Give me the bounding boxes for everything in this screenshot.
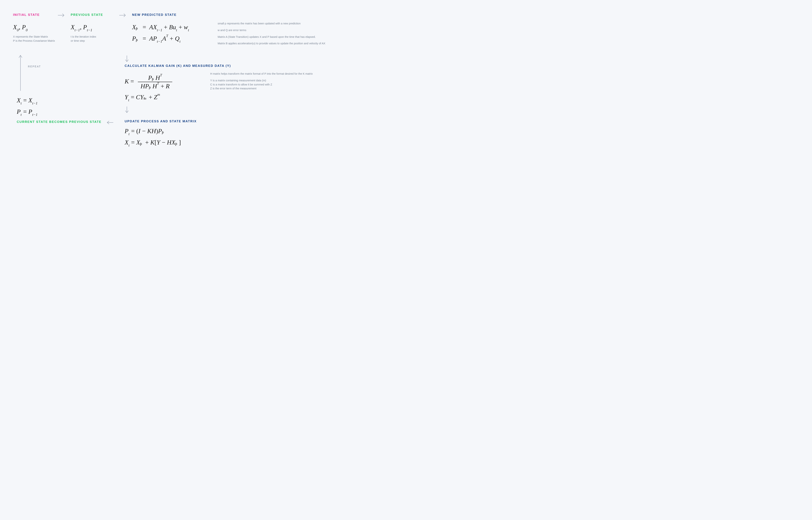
label-repeat: REPEAT xyxy=(28,65,41,68)
eq-predicted-p: Ppt = APt−1AT+Qt xyxy=(132,35,212,43)
note-initial: X represents the State Matrix P is the P… xyxy=(13,35,56,43)
middle-wrap: REPEAT Xt=Xt−1 Pt=Pt−1 CALCULATE KALMAN … xyxy=(13,54,799,120)
header-row: INITIAL STATE PREVIOUS STATE NEW PREDICT… xyxy=(13,13,799,21)
arrow-down-icon xyxy=(124,105,799,115)
eq-loop-x: Xt=Xt−1 xyxy=(17,97,117,105)
title-initial-state: INITIAL STATE xyxy=(13,13,56,17)
row-initial-equations: X0, P0 X represents the State Matrix P i… xyxy=(13,22,799,48)
arrow-right-icon xyxy=(119,13,130,18)
eq-kalman-k: K= PptHT HPptHT+R xyxy=(124,74,205,90)
title-kalman-gain: CALCULATE KALMAN GAIN (K) AND MEASURED D… xyxy=(124,64,799,68)
title-new-predicted-state: NEW PREDICTED STATE xyxy=(132,13,799,17)
eq-update-p: Pt=(I−KH)Ppt xyxy=(124,127,799,135)
note-previous: t is the iteration index or time step xyxy=(71,35,117,43)
title-update: UPDATE PROCESS AND STATE MATRIX xyxy=(124,120,799,123)
repeat-block: REPEAT xyxy=(13,54,117,95)
eq-previous: Xt−1, Pt−1 xyxy=(71,23,117,31)
arrow-right-icon xyxy=(58,13,69,18)
eq-measured-y: Yt=CYmt+Zm xyxy=(124,94,205,102)
arrow-down-icon xyxy=(124,54,799,64)
note-kalman: H matrix helps transform the matrix form… xyxy=(210,72,799,93)
eq-update-x: Xt=Xpt+K[Y−HXpt] xyxy=(124,139,799,147)
note-predicted: small p represents the matrix has been u… xyxy=(218,22,799,48)
eq-initial: X0, P0 xyxy=(13,23,56,31)
arrow-left-icon xyxy=(106,120,117,125)
arrow-up-icon xyxy=(18,54,23,91)
title-loopback: CURRENT STATE BECOMES PREVIOUS STATE xyxy=(17,120,106,124)
eq-predicted-x: Xpt = AXt−1+But+wt xyxy=(132,23,212,31)
eq-loop-p: Pt=Pt−1 xyxy=(17,108,117,116)
title-previous-state: PREVIOUS STATE xyxy=(71,13,117,17)
loopback-row: CURRENT STATE BECOMES PREVIOUS STATE UPD… xyxy=(13,120,799,150)
